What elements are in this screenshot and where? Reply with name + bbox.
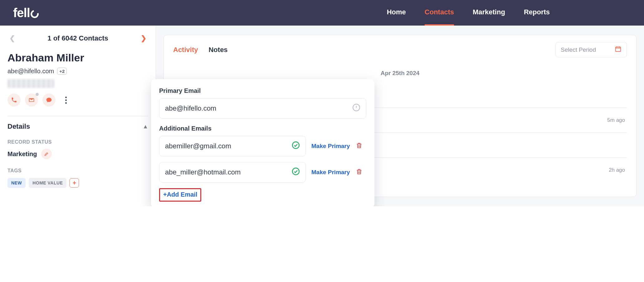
warning-icon [352, 103, 360, 113]
tags-row: NEW HOME VALUE + [7, 178, 148, 188]
additional-email-field[interactable]: abe_miller@hotmail.com [159, 162, 306, 183]
record-status-label: RECORD STATUS [7, 139, 148, 145]
contact-pager: ❮ 1 of 6042 Contacts ❯ [7, 31, 148, 50]
additional-email-value: abemiller@gmail.com [165, 142, 231, 150]
email-popover: Primary Email abe@hifello.com Additional… [151, 79, 374, 206]
more-actions-button[interactable] [60, 97, 72, 104]
pencil-icon [44, 151, 49, 156]
contact-side-panel: ❮ 1 of 6042 Contacts ❯ Abraham Miller ab… [0, 26, 156, 206]
contact-primary-email: abe@hifello.com [7, 68, 54, 75]
delete-email-button[interactable] [356, 168, 363, 176]
add-email-button[interactable]: +Add Email [159, 188, 201, 202]
mail-icon [28, 97, 35, 103]
call-button[interactable] [7, 93, 21, 107]
trash-icon [356, 168, 363, 175]
panel-tabs: Activity Notes [173, 46, 228, 54]
additional-email-row: abemiller@gmail.com Make Primary [159, 136, 366, 156]
kebab-dot-icon [65, 99, 67, 101]
edit-status-button[interactable] [41, 149, 52, 159]
nav-reports[interactable]: Reports [524, 8, 550, 17]
pager-text: 1 of 6042 Contacts [47, 34, 108, 42]
svg-point-3 [292, 168, 299, 175]
notification-dot-icon [36, 93, 39, 96]
make-primary-button[interactable]: Make Primary [311, 169, 350, 176]
tags-label: TAGS [7, 168, 148, 174]
kebab-dot-icon [65, 97, 67, 98]
nav-marketing[interactable]: Marketing [473, 8, 505, 17]
primary-email-value: abe@hifello.com [165, 104, 216, 112]
check-icon [292, 141, 300, 151]
svg-point-2 [292, 142, 299, 149]
nav-items: Home Contacts Marketing Reports [387, 8, 550, 17]
check-icon [292, 167, 300, 177]
logo[interactable]: fell [13, 6, 39, 20]
make-primary-button[interactable]: Make Primary [311, 143, 350, 150]
pager-prev-icon[interactable]: ❮ [9, 34, 15, 42]
nav-home[interactable]: Home [387, 8, 406, 17]
select-period-label: Select Period [561, 46, 596, 53]
additional-emails-label: Additional Emails [159, 125, 366, 132]
svg-rect-0 [616, 47, 621, 52]
tag-new[interactable]: NEW [7, 178, 26, 188]
contact-primary-email-row[interactable]: abe@hifello.com +2 [7, 68, 148, 75]
tag-home-value[interactable]: HOME VALUE [29, 178, 66, 188]
details-header[interactable]: Details ▲ [7, 122, 148, 131]
logo-text: fell [13, 6, 30, 20]
calendar-icon [615, 45, 622, 54]
chat-button[interactable] [42, 93, 56, 107]
activity-ago: 5m ago [607, 117, 625, 123]
logo-mark [29, 8, 40, 20]
trash-icon [356, 142, 363, 149]
primary-email-label: Primary Email [159, 87, 366, 94]
email-button[interactable] [25, 93, 38, 107]
additional-email-row: abe_miller@hotmail.com Make Primary [159, 162, 366, 183]
contact-phone-redacted [7, 79, 54, 88]
extra-emails-badge[interactable]: +2 [57, 68, 67, 75]
contact-name: Abraham Miller [7, 52, 148, 64]
chevron-up-icon: ▲ [143, 123, 148, 130]
phone-icon [11, 97, 17, 103]
delete-email-button[interactable] [356, 142, 363, 150]
kebab-dot-icon [65, 102, 67, 104]
additional-email-field[interactable]: abemiller@gmail.com [159, 136, 306, 156]
tab-activity[interactable]: Activity [173, 46, 198, 54]
chat-icon [46, 97, 52, 103]
record-status-value: Marketing [7, 151, 37, 158]
additional-email-value: abe_miller@hotmail.com [165, 168, 241, 176]
details-title: Details [7, 122, 30, 131]
nav-contacts[interactable]: Contacts [425, 8, 454, 17]
activity-ago: 2h ago [609, 167, 625, 173]
activity-date: Apr 25th 2024 [173, 70, 627, 77]
top-nav: fell Home Contacts Marketing Reports [0, 0, 644, 26]
select-period-button[interactable]: Select Period [555, 42, 627, 57]
contact-actions [7, 93, 148, 107]
primary-email-field[interactable]: abe@hifello.com [159, 98, 366, 119]
add-tag-button[interactable]: + [70, 178, 79, 188]
tab-notes[interactable]: Notes [208, 46, 227, 54]
pager-next-icon[interactable]: ❯ [141, 34, 146, 42]
